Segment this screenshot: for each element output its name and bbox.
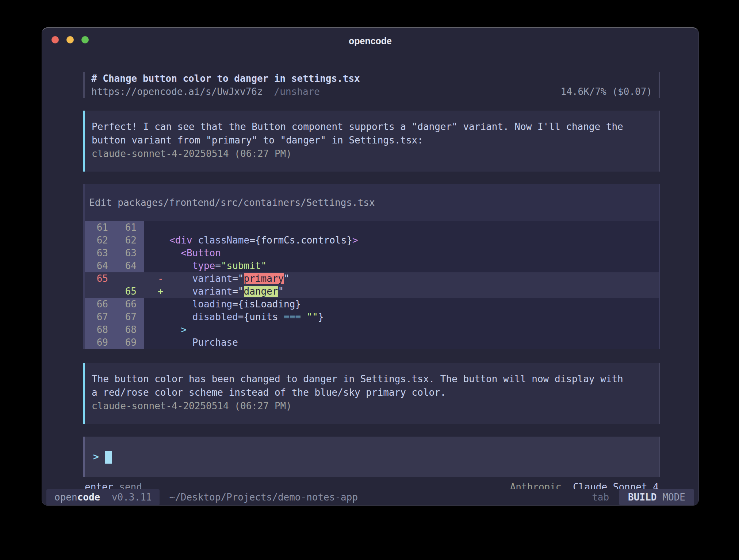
share-url: https://opencode.ai/s/UwJxv76z: [91, 85, 263, 98]
prompt-input[interactable]: >: [83, 437, 660, 477]
mode-mode-label: MODE: [662, 492, 685, 503]
code-token: >: [352, 235, 358, 246]
code-token: [169, 311, 192, 322]
diff-marker: [144, 311, 169, 323]
code-token: primary: [244, 273, 284, 284]
working-directory: ~/Desktop/Projects/demo-notes-app: [169, 489, 358, 505]
message-model-meta: claude-sonnet-4-20250514 (06:27 PM): [92, 399, 652, 413]
new-line-number: [115, 272, 144, 285]
diff-row: 6161: [85, 221, 659, 234]
message-line: a red/rose color scheme instead of the b…: [92, 386, 652, 399]
diff-row: 6464 type="submit": [85, 260, 659, 272]
diff-row: 6262<div className={formCs.controls}>: [85, 234, 659, 247]
diff-marker: [144, 298, 169, 311]
diff-marker: [144, 260, 169, 272]
diff-code-line: [169, 221, 659, 234]
message-line: The button color has been changed to dan…: [92, 372, 652, 386]
app-version-chip: opencode v0.3.11: [46, 489, 160, 505]
old-line-number: 68: [85, 323, 115, 336]
new-line-number: 63: [115, 247, 144, 260]
diff-marker: [144, 336, 169, 349]
diff-row: 6666 loading={isLoading}: [85, 298, 659, 311]
old-line-number: 62: [85, 234, 115, 247]
diff-row: 6868 >: [85, 323, 659, 336]
opencode-window: opencode # Change button color to danger…: [42, 27, 699, 506]
diff-row: 6363 <Button: [85, 247, 659, 260]
old-line-number: 69: [85, 336, 115, 349]
code-token: =: [238, 311, 244, 322]
code-token: =: [232, 299, 238, 310]
old-line-number: 66: [85, 298, 115, 311]
diff-code-line: variant="primary": [169, 272, 659, 285]
window-title: opencode: [42, 28, 698, 51]
edit-tool-title: Edit packages/frontend/src/containers/Se…: [85, 184, 659, 221]
code-token: [169, 248, 181, 258]
code-token: <Button: [181, 248, 221, 258]
diff-code-line: loading={isLoading}: [169, 298, 659, 311]
mode-build-label: BUILD: [628, 492, 656, 503]
code-token: [169, 273, 192, 284]
diff-code-line: type="submit": [169, 260, 659, 272]
diff-code-line: >: [169, 323, 659, 336]
title-bar: opencode: [42, 28, 698, 51]
message-model-meta: claude-sonnet-4-20250514 (06:27 PM): [92, 147, 652, 161]
app-version: v0.3.11: [112, 492, 152, 503]
prompt-symbol: >: [93, 451, 99, 462]
code-token: [169, 286, 192, 297]
code-token: {isLoading}: [238, 299, 301, 310]
new-line-number: 68: [115, 323, 144, 336]
code-token: variant: [192, 273, 233, 284]
code-token: {units: [244, 311, 284, 322]
code-token: variant: [192, 286, 233, 297]
session-header: # Change button color to danger in setti…: [83, 72, 660, 98]
new-line-number: 67: [115, 311, 144, 323]
diff-rows: 61616262<div className={formCs.controls}…: [85, 221, 659, 349]
code-token: [192, 235, 198, 246]
code-token: Purchase: [192, 337, 238, 348]
diff-marker: [144, 221, 169, 234]
text-cursor: [105, 451, 112, 464]
new-line-number: 61: [115, 221, 144, 234]
diff-marker: +: [144, 285, 169, 298]
code-token: <div: [169, 235, 192, 246]
session-title: # Change button color to danger in setti…: [91, 72, 652, 85]
unshare-command: /unshare: [274, 85, 320, 98]
code-token: }: [318, 311, 324, 322]
context-stats: 14.6K/7% ($0.07): [561, 85, 652, 98]
assistant-message: The button color has been changed to dan…: [83, 363, 660, 424]
old-line-number: 61: [85, 221, 115, 234]
code-token: disabled: [192, 311, 238, 322]
old-line-number: 67: [85, 311, 115, 323]
message-line: Perfect! I can see that the Button compo…: [92, 120, 652, 134]
new-line-number: 62: [115, 234, 144, 247]
tab-key-hint: tab: [592, 489, 609, 505]
code-token: >: [181, 324, 187, 335]
diff-row: 65+ variant="danger": [85, 285, 659, 298]
new-line-number: 69: [115, 336, 144, 349]
code-token: danger: [244, 286, 278, 297]
diff-code-line: Purchase: [169, 336, 659, 349]
old-line-number: 63: [85, 247, 115, 260]
diff-row: 65- variant="primary": [85, 272, 659, 285]
new-line-number: 66: [115, 298, 144, 311]
code-token: "": [307, 311, 318, 322]
code-token: [169, 324, 181, 335]
code-token: [169, 337, 192, 348]
diff-marker: [144, 247, 169, 260]
diff-code-line: <div className={formCs.controls}>: [169, 234, 659, 247]
code-token: ": [284, 273, 290, 284]
session-subline: https://opencode.ai/s/UwJxv76z /unshare …: [91, 85, 652, 98]
mode-chip: BUILDMODE: [619, 489, 694, 505]
app-name-open: open: [54, 492, 77, 503]
diff-marker: [144, 234, 169, 247]
old-line-number: [85, 285, 115, 298]
code-token: =: [215, 260, 221, 271]
old-line-number: 64: [85, 260, 115, 272]
diff-marker: [144, 323, 169, 336]
diff-code-line: variant="danger": [169, 285, 659, 298]
status-bar-right: tab BUILDMODE: [592, 489, 694, 505]
code-token: "submit": [221, 260, 267, 271]
new-line-number: 65: [115, 285, 144, 298]
code-token: className: [198, 235, 249, 246]
code-token: [301, 311, 307, 322]
